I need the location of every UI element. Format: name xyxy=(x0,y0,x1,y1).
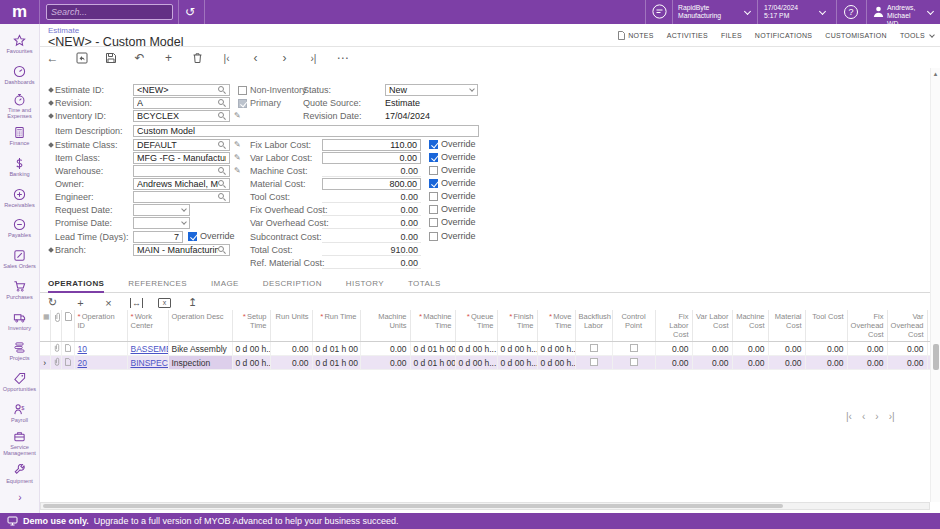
row-selector-cell[interactable]: › xyxy=(40,356,50,370)
pager-prev-button[interactable]: ‹ xyxy=(862,411,865,422)
recent-history-icon[interactable]: ↺ xyxy=(185,4,195,20)
first-record-button[interactable]: |‹ xyxy=(220,53,233,64)
sidebar-item-time-and-expenses[interactable]: Time and Expenses xyxy=(0,90,39,121)
finish-time-cell[interactable]: 0 d 00 h... xyxy=(497,342,537,356)
column-header-machine-time[interactable]: *Machine Time xyxy=(410,310,455,342)
machine-units-cell[interactable]: 0.00 xyxy=(360,342,410,356)
machine-time-cell[interactable]: 0 d 01 h 00 m xyxy=(410,356,455,370)
row-note-cell[interactable] xyxy=(61,342,74,356)
warehouse-field[interactable] xyxy=(133,165,230,177)
pager-next-button[interactable]: › xyxy=(875,411,878,422)
material-cost-field[interactable]: 800.00 xyxy=(322,178,421,190)
grid-add-row-button[interactable]: + xyxy=(74,297,87,309)
grid-refresh-button[interactable]: ↻ xyxy=(46,296,59,309)
machine-cost-cell[interactable]: 0.00 xyxy=(732,356,768,370)
backflush-labor-cell[interactable] xyxy=(575,356,612,370)
move-time-cell[interactable]: 0 d 00 h... xyxy=(537,356,575,370)
non-inventory-checkbox[interactable]: Non-Inventory xyxy=(238,85,307,95)
run-time-cell[interactable]: 0 d 01 h 00 m xyxy=(312,356,360,370)
column-header-operation-desc[interactable]: Operation Desc xyxy=(168,310,232,342)
column-header-backflush-labor[interactable]: Backflush Labor xyxy=(575,310,612,342)
lookup-icon[interactable] xyxy=(218,180,226,188)
request-date-field[interactable] xyxy=(133,204,190,216)
sidebar-item-favourites[interactable]: Favourites xyxy=(0,29,39,60)
column-header-fix-overhead-cost[interactable]: Fix Overhead Cost xyxy=(847,310,887,342)
tab-totals[interactable]: TOTALS xyxy=(408,276,441,293)
chevron-down-icon[interactable] xyxy=(819,8,826,15)
inventory-id-field[interactable]: BCYCLEX xyxy=(133,110,230,122)
row-selector-header[interactable]: ▦ xyxy=(40,310,50,342)
edit-pencil-icon[interactable]: ✎ xyxy=(234,111,241,120)
export-to-excel-button[interactable]: x xyxy=(158,298,171,308)
column-header-work-center[interactable]: *Work Center xyxy=(127,310,168,342)
run-units-cell[interactable]: 0.00 xyxy=(270,356,312,370)
delete-button[interactable] xyxy=(191,52,204,64)
control-point-cell[interactable] xyxy=(612,342,655,356)
sidebar-item-service-management[interactable]: Service Management xyxy=(0,428,39,459)
tool-cost-cell[interactable]: 0.00 xyxy=(805,342,847,356)
var-labor-cost-field[interactable]: 0.00 xyxy=(322,152,421,164)
tab-description[interactable]: DESCRIPTION xyxy=(263,276,322,293)
checkbox[interactable] xyxy=(429,166,438,175)
previous-record-button[interactable]: ‹ xyxy=(249,51,262,65)
lookup-icon[interactable] xyxy=(218,167,226,175)
sidebar-item-payroll[interactable]: $ Payroll xyxy=(0,397,39,428)
grid-row-operation-10[interactable]: 10 BASSEMBLY Bike Assembly 0 d 00 h... 0… xyxy=(40,342,930,356)
sidebar-item-finance[interactable]: Finance xyxy=(0,121,39,152)
sidebar-item-payables[interactable]: Payables xyxy=(0,213,39,244)
activities-button[interactable]: ACTIVITIES xyxy=(667,32,708,39)
fix-labor-cost-cell[interactable]: 0.00 xyxy=(655,342,692,356)
column-header-queue-time[interactable]: *Queue Time xyxy=(455,310,497,342)
fix-overhead-cost-cell[interactable]: 0.00 xyxy=(847,342,887,356)
backflush-labor-checkbox[interactable] xyxy=(590,344,598,352)
edit-pencil-icon[interactable]: ✎ xyxy=(234,153,241,162)
operation-desc-cell[interactable]: Inspection xyxy=(168,356,232,370)
checkbox[interactable] xyxy=(238,86,247,95)
row-paperclip-cell[interactable] xyxy=(50,356,61,370)
machine-time-cell[interactable]: 0 d 01 h 00 m xyxy=(410,342,455,356)
sidebar-item-equipment[interactable]: Equipment xyxy=(0,459,39,490)
estimate-class-field[interactable]: DEFAULT xyxy=(133,139,230,151)
status-dropdown[interactable]: New xyxy=(385,84,478,96)
paperclip-column-header[interactable] xyxy=(50,310,61,342)
control-point-cell[interactable] xyxy=(612,356,655,370)
column-header-control-point[interactable]: Control Point xyxy=(612,310,655,342)
edit-pencil-icon[interactable]: ✎ xyxy=(234,140,241,149)
operation-id-link[interactable]: 20 xyxy=(78,358,87,368)
tab-history[interactable]: HISTORY xyxy=(346,276,384,293)
override-checkbox[interactable]: Override xyxy=(429,178,476,188)
branch-field[interactable]: MAIN - Manufacturing xyxy=(133,244,230,256)
more-actions-button[interactable]: ⋯ xyxy=(336,51,349,65)
help-icon[interactable]: ? xyxy=(844,5,858,19)
row-selector-cell[interactable] xyxy=(40,342,50,356)
tab-operations[interactable]: OPERATIONS xyxy=(48,276,104,293)
setup-time-cell[interactable]: 0 d 00 h... xyxy=(232,356,270,370)
finish-time-cell[interactable]: 0 d 00 h... xyxy=(497,356,537,370)
lookup-icon[interactable] xyxy=(218,141,226,149)
column-header-finish-time[interactable]: *Finish Time xyxy=(497,310,537,342)
sidebar-item-receivables[interactable]: Receivables xyxy=(0,182,39,213)
column-header-var-labor-cost[interactable]: Var Labor Cost xyxy=(692,310,732,342)
column-header-move-time[interactable]: *Move Time xyxy=(537,310,575,342)
back-button[interactable]: ← xyxy=(46,51,59,65)
move-time-cell[interactable]: 0 d 00 h... xyxy=(537,342,575,356)
save-close-button[interactable] xyxy=(75,52,88,64)
notes-column-header[interactable] xyxy=(61,310,74,342)
item-class-field[interactable]: MFG -FG - Manufacturing Finish xyxy=(133,152,230,164)
checkbox[interactable] xyxy=(429,192,438,201)
override-checkbox[interactable]: Override xyxy=(429,165,476,175)
load-records-button[interactable]: ↥ xyxy=(186,296,199,309)
var-overhead-cost-cell[interactable]: 0.00 xyxy=(887,356,927,370)
override-checkbox[interactable]: Override xyxy=(429,139,476,149)
pager-last-button[interactable]: ›| xyxy=(889,411,895,422)
owner-field[interactable]: Andrews Michael, Mr xyxy=(133,178,230,190)
insert-button[interactable]: + xyxy=(162,51,175,65)
column-header-var-overhead-cost[interactable]: Var Overhead Cost xyxy=(887,310,927,342)
backflush-labor-cell[interactable] xyxy=(575,342,612,356)
override-checkbox[interactable]: Override xyxy=(429,217,476,227)
breadcrumb[interactable]: Estimate xyxy=(48,26,79,35)
myob-logo[interactable]: m xyxy=(0,0,40,24)
checkbox[interactable] xyxy=(429,140,438,149)
run-units-cell[interactable]: 0.00 xyxy=(270,342,312,356)
last-record-button[interactable]: ›| xyxy=(307,53,320,64)
